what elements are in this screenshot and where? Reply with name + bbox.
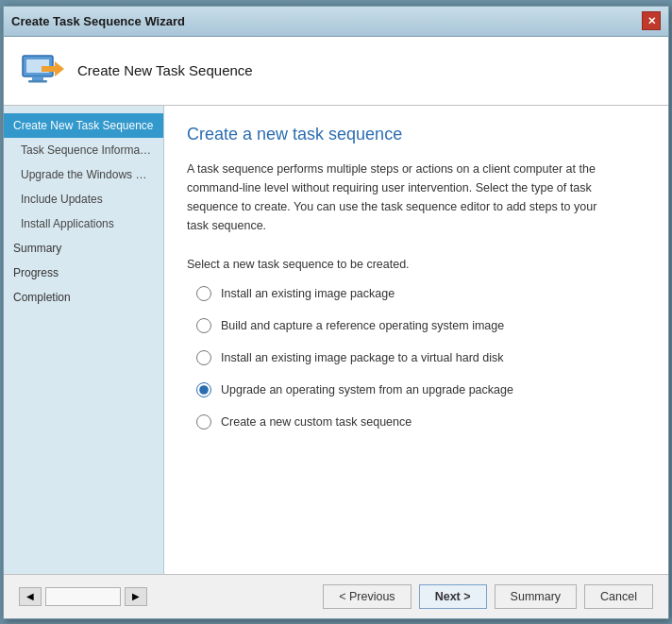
option-upgrade-os[interactable]: Upgrade an operating system from an upgr… [196, 382, 646, 397]
sidebar-item-summary[interactable]: Summary [4, 236, 163, 261]
option-upgrade-os-label: Upgrade an operating system from an upgr… [221, 383, 513, 396]
header-area: Create New Task Sequence [4, 37, 668, 106]
svg-rect-3 [28, 80, 47, 83]
close-button[interactable]: ✕ [642, 11, 661, 30]
wizard-window: Create Task Sequence Wizard ✕ Create New… [3, 6, 669, 619]
footer-buttons: < Previous Next > Summary Cancel [323, 584, 653, 609]
select-label: Select a new task sequence to be created… [187, 258, 646, 271]
option-existing-image-label: Install an existing image package [221, 287, 395, 300]
main-description: A task sequence performs multiple steps … [187, 160, 621, 235]
content-area: Create New Task Sequence Task Sequence I… [4, 106, 668, 574]
window-title: Create Task Sequence Wizard [11, 14, 185, 28]
sidebar: Create New Task Sequence Task Sequence I… [4, 106, 164, 574]
main-panel: Create a new task sequence A task sequen… [164, 106, 668, 574]
footer: ◀ ▶ < Previous Next > Summary Cancel [4, 574, 668, 618]
option-existing-image[interactable]: Install an existing image package [196, 286, 646, 301]
summary-button[interactable]: Summary [495, 584, 577, 609]
scroll-right-button[interactable]: ▶ [125, 587, 147, 606]
sidebar-item-install-applications[interactable]: Install Applications [4, 211, 163, 236]
radio-group: Install an existing image package Build … [187, 286, 646, 430]
svg-rect-5 [42, 66, 55, 72]
sidebar-item-completion[interactable]: Completion [4, 285, 163, 310]
sidebar-item-task-sequence-information[interactable]: Task Sequence Informatio... [4, 138, 163, 162]
option-existing-vhd-label: Install an existing image package to a v… [221, 351, 503, 364]
radio-upgrade-os[interactable] [196, 382, 211, 397]
radio-existing-vhd[interactable] [196, 350, 211, 365]
option-existing-vhd[interactable]: Install an existing image package to a v… [196, 350, 646, 365]
option-custom-sequence[interactable]: Create a new custom task sequence [196, 414, 646, 430]
sidebar-item-create-new-task-sequence[interactable]: Create New Task Sequence [4, 113, 163, 138]
radio-existing-image[interactable] [196, 286, 211, 301]
wizard-icon [19, 48, 64, 93]
footer-scroll-controls: ◀ ▶ [19, 587, 147, 606]
option-build-capture[interactable]: Build and capture a reference operating … [196, 318, 646, 333]
sidebar-item-upgrade-windows[interactable]: Upgrade the Windows Op... [4, 162, 163, 187]
sidebar-item-include-updates[interactable]: Include Updates [4, 187, 163, 211]
main-title: Create a new task sequence [187, 125, 646, 144]
radio-build-capture[interactable] [196, 318, 211, 333]
scroll-track [45, 587, 121, 606]
option-custom-sequence-label: Create a new custom task sequence [221, 415, 412, 429]
svg-rect-2 [32, 76, 43, 80]
header-title: Create New Task Sequence [77, 62, 253, 78]
svg-marker-4 [55, 61, 64, 76]
option-build-capture-label: Build and capture a reference operating … [221, 319, 504, 332]
next-button[interactable]: Next > [419, 584, 487, 609]
previous-button[interactable]: < Previous [323, 584, 411, 609]
scroll-left-button[interactable]: ◀ [19, 587, 42, 606]
sidebar-item-progress[interactable]: Progress [4, 261, 163, 285]
cancel-button[interactable]: Cancel [584, 584, 653, 609]
title-bar: Create Task Sequence Wizard ✕ [4, 7, 668, 37]
radio-custom-sequence[interactable] [196, 414, 211, 430]
